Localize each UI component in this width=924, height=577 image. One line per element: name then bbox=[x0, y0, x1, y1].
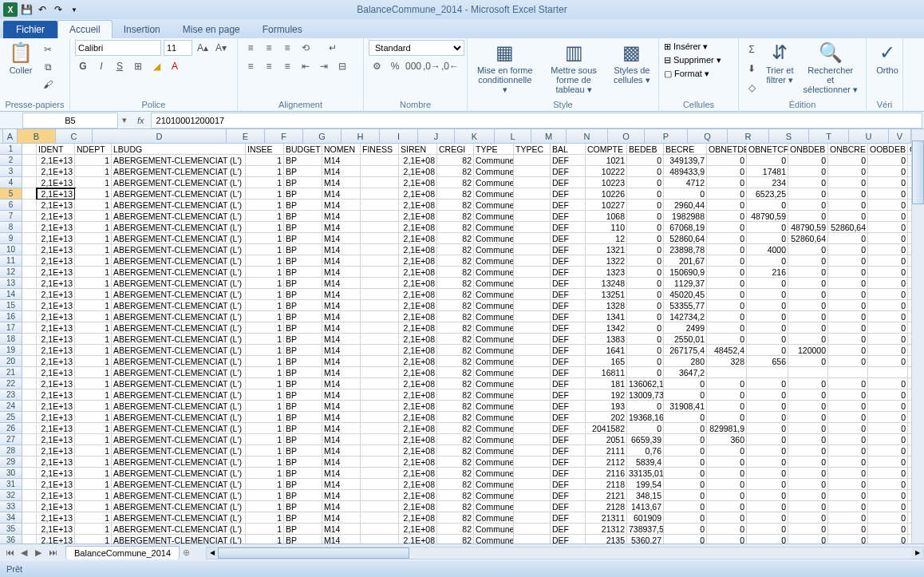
cell[interactable]: 82 bbox=[437, 177, 474, 188]
cell[interactable]: 2,1E+13 bbox=[37, 177, 75, 188]
cell[interactable]: 0 bbox=[627, 334, 664, 345]
cell[interactable]: 0 bbox=[707, 155, 747, 166]
cell[interactable] bbox=[514, 423, 551, 434]
colhead-A[interactable]: A bbox=[3, 129, 18, 144]
cell[interactable] bbox=[868, 367, 908, 378]
cell[interactable]: 1 bbox=[246, 222, 284, 233]
cell[interactable] bbox=[22, 389, 37, 401]
header-cell[interactable]: BECRE bbox=[664, 144, 707, 155]
cell[interactable] bbox=[514, 412, 551, 423]
cell[interactable]: 1 bbox=[75, 211, 112, 222]
cell[interactable] bbox=[361, 412, 399, 423]
cell[interactable]: 0 bbox=[747, 300, 788, 311]
cell[interactable]: 1 bbox=[246, 468, 284, 479]
cell[interactable]: 48790,59 bbox=[788, 222, 828, 233]
cell[interactable]: 2,1E+13 bbox=[37, 311, 75, 322]
cell[interactable]: 2550,01 bbox=[664, 334, 707, 345]
cell[interactable]: 82 bbox=[437, 389, 474, 401]
cell[interactable]: 5839,4 bbox=[627, 456, 664, 468]
spellcheck-button[interactable]: ✓Ortho bbox=[871, 40, 903, 77]
cell[interactable]: 0 bbox=[868, 412, 908, 423]
rowhead-14[interactable]: 14 bbox=[0, 289, 22, 300]
cell[interactable]: 0 bbox=[747, 322, 788, 334]
cell[interactable] bbox=[22, 200, 37, 211]
cell[interactable]: 0 bbox=[868, 524, 908, 535]
cell[interactable]: BP bbox=[284, 334, 322, 345]
border-icon[interactable]: ⊞ bbox=[130, 58, 146, 74]
cell[interactable]: 0 bbox=[707, 479, 747, 490]
header-cell[interactable]: COMPTE bbox=[586, 144, 627, 155]
cell[interactable]: 21312 bbox=[586, 524, 627, 535]
cell[interactable]: 1 bbox=[75, 445, 112, 456]
cell[interactable]: 2,1E+13 bbox=[37, 233, 75, 244]
cell[interactable] bbox=[22, 445, 37, 456]
cell[interactable]: 0 bbox=[747, 200, 788, 211]
cell[interactable]: 2135 bbox=[586, 535, 627, 543]
cell[interactable]: DEF bbox=[551, 367, 586, 378]
cell[interactable]: 349139,7 bbox=[664, 155, 707, 166]
cell[interactable]: 0 bbox=[868, 345, 908, 356]
colhead-Q[interactable]: Q bbox=[688, 129, 728, 144]
cell[interactable]: 2,1E+13 bbox=[37, 389, 75, 401]
cell[interactable]: 23898,78 bbox=[664, 244, 707, 255]
cell[interactable]: 0 bbox=[747, 233, 788, 244]
cell[interactable]: 0 bbox=[664, 524, 707, 535]
cell[interactable]: 1 bbox=[246, 255, 284, 267]
cell[interactable]: 280 bbox=[664, 356, 707, 367]
cell[interactable]: 2,1E+08 bbox=[399, 456, 437, 468]
format-button[interactable]: ▢Format ▾ bbox=[664, 69, 721, 79]
font-shrink-icon[interactable]: A▾ bbox=[213, 40, 229, 56]
rowhead-19[interactable]: 19 bbox=[0, 345, 22, 356]
rowhead-1[interactable]: 1 bbox=[0, 144, 22, 155]
align-middle-icon[interactable]: ≡ bbox=[261, 40, 277, 56]
cell[interactable] bbox=[22, 166, 37, 177]
header-cell[interactable]: TYPEC bbox=[514, 144, 551, 155]
cell[interactable]: 0 bbox=[707, 322, 747, 334]
format-table-button[interactable]: ▥Mettre sous forme de tableau ▾ bbox=[541, 40, 607, 96]
cell[interactable]: DEF bbox=[551, 423, 586, 434]
cell[interactable]: Commune bbox=[474, 468, 514, 479]
cell[interactable]: BP bbox=[284, 166, 322, 177]
cell[interactable]: 0 bbox=[788, 334, 828, 345]
cell[interactable]: 0 bbox=[788, 289, 828, 300]
header-cell[interactable]: ONBCRE bbox=[828, 144, 868, 155]
cell[interactable]: 0 bbox=[868, 356, 908, 367]
redo-icon[interactable]: ↷ bbox=[51, 2, 65, 17]
cell[interactable]: DEF bbox=[551, 289, 586, 300]
cell[interactable]: DEF bbox=[551, 244, 586, 255]
rowhead-7[interactable]: 7 bbox=[0, 211, 22, 222]
cell[interactable]: 1 bbox=[75, 155, 112, 166]
cell[interactable] bbox=[22, 434, 37, 445]
cell[interactable]: 0 bbox=[788, 456, 828, 468]
cell[interactable]: 2,1E+08 bbox=[399, 378, 437, 389]
cell[interactable]: 0 bbox=[747, 524, 788, 535]
cell[interactable]: 0 bbox=[868, 289, 908, 300]
cell[interactable]: BP bbox=[284, 200, 322, 211]
cell[interactable]: 0 bbox=[707, 222, 747, 233]
cell[interactable]: M14 bbox=[322, 222, 361, 233]
cell[interactable]: 1 bbox=[75, 456, 112, 468]
cell[interactable]: BP bbox=[284, 456, 322, 468]
cell[interactable]: 0 bbox=[707, 244, 747, 255]
cell[interactable]: 0 bbox=[707, 535, 747, 543]
cell[interactable]: Commune bbox=[474, 334, 514, 345]
cell[interactable] bbox=[514, 322, 551, 334]
cell[interactable]: 0 bbox=[627, 177, 664, 188]
cell[interactable] bbox=[22, 468, 37, 479]
cell[interactable]: 82 bbox=[437, 490, 474, 501]
cell[interactable]: 0 bbox=[664, 423, 707, 434]
colhead-H[interactable]: H bbox=[342, 129, 380, 144]
cell[interactable]: Commune bbox=[474, 322, 514, 334]
rowhead-13[interactable]: 13 bbox=[0, 278, 22, 289]
cell[interactable]: ABERGEMENT-CLEMENCIAT (L') bbox=[112, 177, 246, 188]
cell[interactable]: ABERGEMENT-CLEMENCIAT (L') bbox=[112, 300, 246, 311]
cell[interactable]: 0 bbox=[747, 423, 788, 434]
underline-button[interactable]: S bbox=[112, 58, 128, 74]
cell[interactable]: 0 bbox=[747, 334, 788, 345]
cell[interactable]: BP bbox=[284, 233, 322, 244]
colhead-P[interactable]: P bbox=[645, 129, 688, 144]
fill-color-icon[interactable]: ◢ bbox=[148, 58, 164, 74]
cell[interactable]: 82 bbox=[437, 300, 474, 311]
cell[interactable]: 82 bbox=[437, 211, 474, 222]
cell[interactable] bbox=[361, 423, 399, 434]
